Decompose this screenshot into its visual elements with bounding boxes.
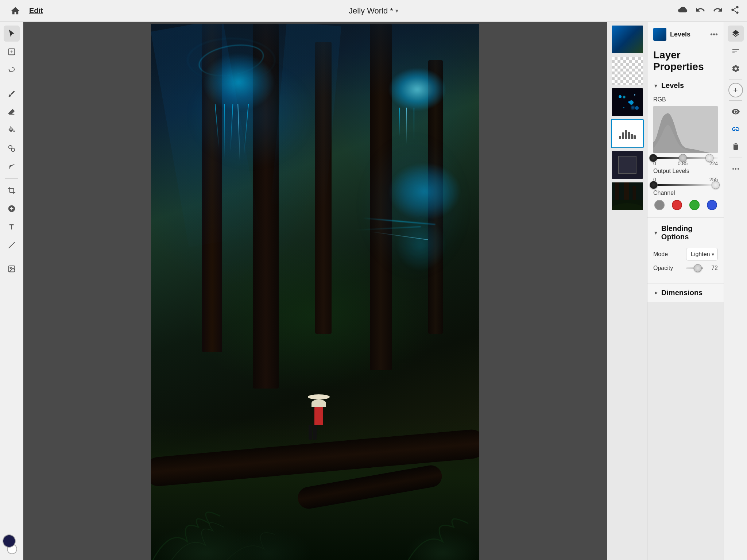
dimensions-title: Dimensions (661, 289, 703, 297)
lasso-tool[interactable] (4, 62, 20, 78)
histogram-container (653, 106, 718, 153)
blend-mode-select[interactable]: Normal Dissolve Multiply Screen Overlay … (686, 248, 718, 260)
panel-title: Layer Properties (647, 44, 724, 75)
blending-options-content: Mode Normal Dissolve Multiply Screen Ove… (647, 245, 724, 280)
add-layer-button[interactable]: + (728, 83, 743, 97)
mid-point-handle[interactable] (679, 154, 687, 162)
paint-bucket-tool[interactable] (4, 122, 20, 138)
layer-thumb-5[interactable] (611, 150, 644, 179)
layer-properties-icon (653, 28, 666, 41)
title-text: Jelly World * (349, 6, 393, 16)
undo-icon[interactable] (695, 5, 705, 17)
channel-green[interactable] (689, 200, 700, 210)
redo-icon[interactable] (713, 5, 723, 17)
svg-point-21 (738, 168, 739, 170)
cloud-icon[interactable] (678, 6, 688, 16)
adjustments-panel-button[interactable] (728, 43, 744, 59)
blend-mode-row: Mode Normal Dissolve Multiply Screen Ove… (653, 248, 718, 260)
hist-bar-4 (628, 132, 630, 139)
line-tool[interactable] (4, 237, 20, 253)
visibility-toggle-button[interactable] (728, 104, 744, 120)
opacity-value: 72 (707, 265, 718, 271)
crop-tool[interactable] (4, 182, 20, 198)
link-button[interactable] (728, 121, 744, 137)
foreground-color[interactable] (3, 534, 16, 548)
hist-bar-1 (619, 136, 621, 139)
smudge-tool[interactable] (4, 159, 20, 175)
levels-section: ▼ Levels RGB (647, 75, 724, 218)
dimensions-section-header[interactable]: ▼ Dimensions (647, 283, 724, 302)
layer-thumb-2[interactable] (611, 56, 644, 85)
home-button[interactable] (7, 3, 23, 19)
toolbar-divider-3 (5, 257, 18, 257)
layer-thumb-6-preview (612, 182, 643, 210)
white-point-handle[interactable] (705, 154, 713, 162)
layers-panel-button[interactable] (728, 26, 744, 42)
output-levels-slider[interactable] (653, 184, 718, 186)
output-white-handle[interactable] (712, 181, 720, 189)
person (308, 394, 330, 440)
opacity-handle[interactable] (694, 264, 702, 272)
healing-tool[interactable] (4, 201, 20, 217)
levels-section-title: Levels (661, 81, 684, 90)
svg-point-9 (634, 94, 635, 96)
blend-mode-label: Mode (653, 251, 682, 258)
histogram-mini-icon (619, 128, 636, 139)
main-content: T (0, 22, 747, 560)
image-tool[interactable] (4, 261, 20, 277)
channel-row (653, 200, 718, 210)
canvas-area[interactable] (23, 22, 607, 560)
share-icon[interactable] (730, 5, 740, 17)
blending-options-section: ▼ Blending Options Mode Normal Dissolve … (647, 218, 724, 283)
svg-point-19 (732, 168, 734, 170)
hist-bar-6 (634, 135, 636, 139)
brush-tool[interactable] (4, 86, 20, 102)
layer-thumb-1[interactable] (611, 25, 644, 54)
layer-properties-more-button[interactable]: ••• (710, 30, 718, 39)
text-tool[interactable]: T (4, 219, 20, 235)
top-bar-right-actions (678, 5, 740, 17)
transform-tool[interactable] (4, 44, 20, 60)
svg-point-11 (631, 106, 635, 109)
layer-properties-header: Levels ••• (647, 22, 724, 44)
text-tool-label: T (9, 223, 13, 231)
color-swatches (3, 534, 21, 556)
blending-chevron-icon: ▼ (653, 230, 658, 236)
panel-empty-space (647, 302, 724, 560)
more-options-button[interactable] (728, 161, 744, 177)
layer-thumb-4[interactable] (611, 119, 644, 148)
select-tool[interactable] (4, 26, 20, 42)
properties-panel-button[interactable] (728, 61, 744, 77)
document-title: Jelly World * ▾ (349, 6, 398, 16)
black-point-handle[interactable] (649, 154, 657, 162)
jellyfish-1 (195, 53, 282, 126)
blending-options-header[interactable]: ▼ Blending Options (647, 221, 724, 245)
blending-options-title: Blending Options (661, 224, 718, 241)
channel-blue[interactable] (707, 200, 717, 210)
clone-tool[interactable] (4, 140, 20, 157)
layer-thumb-2-preview (612, 57, 643, 85)
hist-bar-5 (631, 134, 633, 139)
left-toolbar: T (0, 22, 23, 560)
opacity-slider[interactable] (686, 267, 703, 269)
input-levels-slider[interactable] (653, 157, 718, 159)
levels-section-header[interactable]: ▼ Levels (647, 78, 724, 93)
hist-bar-3 (625, 130, 627, 139)
layer-properties-layer-name: Levels (670, 31, 707, 38)
layer-thumb-6[interactable] (611, 182, 644, 211)
channel-rgb[interactable] (654, 200, 665, 210)
edit-menu[interactable]: Edit (29, 7, 43, 15)
delete-layer-button[interactable] (728, 139, 744, 155)
title-chevron-icon[interactable]: ▾ (395, 7, 398, 14)
layer-thumb-3[interactable] (611, 88, 644, 117)
output-black-handle[interactable] (650, 181, 658, 189)
svg-rect-6 (613, 89, 642, 115)
layer-thumb-3-preview (612, 88, 643, 116)
right-panels: Levels ••• Layer Properties ▼ Levels RGB (607, 22, 724, 560)
svg-line-3 (8, 242, 15, 248)
hist-bar-2 (622, 132, 624, 139)
icon-sidebar: + (724, 22, 747, 560)
eraser-tool[interactable] (4, 104, 20, 120)
channel-red[interactable] (672, 200, 682, 210)
icon-sidebar-divider-3 (729, 158, 742, 158)
